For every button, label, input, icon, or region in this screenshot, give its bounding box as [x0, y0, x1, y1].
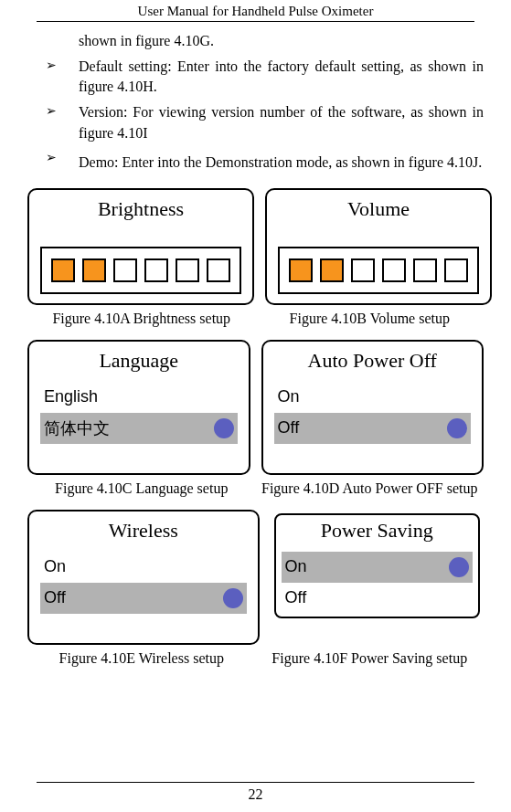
- bullet-icon: ➢: [27, 57, 79, 98]
- language-option-chinese[interactable]: 简体中文: [40, 413, 238, 444]
- bullet-icon: ➢: [27, 149, 79, 176]
- caption-c: Figure 4.10C Language setup: [27, 480, 256, 497]
- powersaving-option-on[interactable]: On: [282, 552, 474, 583]
- bullet-default-setting: ➢ Default setting: Enter into the factor…: [27, 57, 484, 98]
- wireless-option-off[interactable]: Off: [40, 583, 247, 614]
- selected-indicator-icon: [449, 557, 469, 577]
- bullet-text: Demo: Enter into the Demonstration mode,…: [79, 149, 484, 176]
- slider-step-empty: [351, 258, 375, 282]
- figure-volume: Volume: [265, 188, 492, 305]
- volume-slider[interactable]: [278, 247, 479, 294]
- selected-indicator-icon: [447, 418, 467, 438]
- brightness-slider[interactable]: [40, 247, 241, 294]
- caption-row-cd: Figure 4.10C Language setup Figure 4.10D…: [27, 480, 484, 497]
- slider-step-filled: [289, 258, 313, 282]
- slider-step-filled: [51, 258, 75, 282]
- autopower-option-on[interactable]: On: [274, 382, 472, 413]
- figure-title: Language: [40, 349, 238, 373]
- bullet-demo: ➢ Demo: Enter into the Demonstration mod…: [27, 149, 484, 176]
- figure-title: Power Saving: [276, 519, 479, 543]
- option-label: On: [285, 557, 307, 576]
- slider-step-empty: [382, 258, 406, 282]
- figure-row-ab: Brightness Volume: [27, 188, 484, 305]
- powersaving-option-off[interactable]: Off: [276, 583, 479, 613]
- slider-step-filled: [82, 258, 106, 282]
- powersaving-inner: Power Saving On Off: [274, 513, 481, 618]
- slider-step-empty: [207, 258, 230, 282]
- figure-title: Wireless: [40, 519, 247, 543]
- option-label: English: [44, 387, 98, 406]
- figure-title: Volume: [278, 197, 479, 221]
- figure-title: Brightness: [40, 197, 241, 221]
- slider-step-empty: [144, 258, 168, 282]
- wireless-option-on[interactable]: On: [40, 552, 247, 583]
- option-label: On: [278, 387, 300, 406]
- figure-wireless: Wireless On Off: [27, 510, 260, 645]
- option-label: 简体中文: [44, 417, 110, 439]
- page-number: 22: [0, 786, 511, 803]
- option-label: Off: [278, 418, 300, 438]
- footer-divider: [37, 782, 474, 783]
- figure-row-ef: Wireless On Off Power Saving On Off: [27, 510, 484, 645]
- autopower-option-off[interactable]: Off: [274, 413, 472, 444]
- slider-step-filled: [320, 258, 344, 282]
- caption-d: Figure 4.10D Auto Power OFF setup: [256, 480, 484, 497]
- caption-e: Figure 4.10E Wireless setup: [27, 650, 256, 667]
- language-option-english[interactable]: English: [40, 382, 238, 413]
- slider-step-empty: [444, 258, 468, 282]
- option-label: On: [44, 557, 66, 576]
- figure-title: Auto Power Off: [274, 349, 472, 373]
- figure-powersaving: Power Saving On Off: [271, 510, 484, 645]
- bullet-version: ➢ Version: For viewing version number of…: [27, 102, 484, 143]
- header-title: User Manual for Handheld Pulse Oximeter: [37, 0, 474, 22]
- continuation-text: shown in figure 4.10G.: [79, 31, 484, 51]
- figure-brightness: Brightness: [27, 188, 254, 305]
- bullet-text: Version: For viewing version number of t…: [79, 102, 484, 143]
- figure-row-cd: Language English 简体中文 Auto Power Off On …: [27, 340, 484, 475]
- figure-autopoweroff: Auto Power Off On Off: [261, 340, 484, 475]
- caption-row-ef: Figure 4.10E Wireless setup Figure 4.10F…: [27, 650, 484, 667]
- selected-indicator-icon: [223, 588, 243, 608]
- figure-language: Language English 简体中文: [27, 340, 250, 475]
- caption-b: Figure 4.10B Volume setup: [256, 311, 484, 327]
- figures-container: Brightness Volume: [27, 188, 484, 667]
- bullet-icon: ➢: [27, 102, 79, 143]
- bullet-text: Default setting: Enter into the factory …: [79, 57, 484, 98]
- caption-a: Figure 4.10A Brightness setup: [27, 311, 256, 327]
- slider-step-empty: [413, 258, 437, 282]
- caption-row-ab: Figure 4.10A Brightness setup Figure 4.1…: [27, 311, 484, 327]
- selected-indicator-icon: [214, 418, 234, 438]
- caption-f: Figure 4.10F Power Saving setup: [256, 650, 484, 667]
- slider-step-empty: [176, 258, 199, 282]
- slider-step-empty: [113, 258, 137, 282]
- option-label: Off: [44, 588, 66, 607]
- content-area: shown in figure 4.10G. ➢ Default setting…: [9, 31, 502, 667]
